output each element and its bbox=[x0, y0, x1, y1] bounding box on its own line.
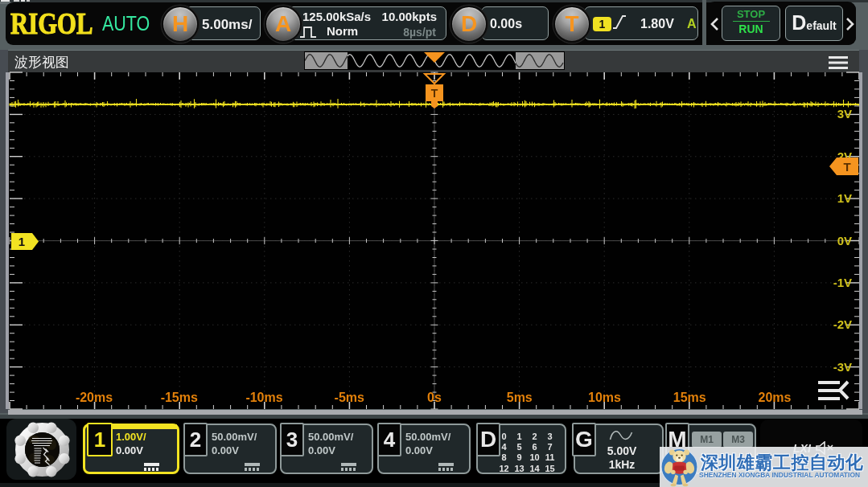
svg-text:3V: 3V bbox=[837, 107, 852, 121]
svg-text:T: T bbox=[431, 87, 438, 100]
svg-text:1V: 1V bbox=[837, 191, 852, 205]
svg-text:5ms: 5ms bbox=[507, 391, 533, 404]
svg-text:0s: 0s bbox=[427, 391, 442, 404]
svg-text:T: T bbox=[843, 160, 850, 174]
svg-text:10ms: 10ms bbox=[588, 391, 621, 404]
svg-text:-3V: -3V bbox=[833, 360, 852, 374]
svg-text:0V: 0V bbox=[837, 234, 852, 248]
svg-text:20ms: 20ms bbox=[759, 391, 792, 404]
svg-text:1: 1 bbox=[19, 235, 25, 248]
svg-text:-10ms: -10ms bbox=[245, 391, 282, 404]
svg-text:-1V: -1V bbox=[833, 276, 852, 289]
svg-text:-15ms: -15ms bbox=[161, 391, 198, 404]
svg-text:-2V: -2V bbox=[833, 317, 852, 331]
svg-text:15ms: 15ms bbox=[673, 391, 706, 404]
svg-text:-5ms: -5ms bbox=[335, 391, 364, 404]
svg-text:-20ms: -20ms bbox=[76, 391, 113, 404]
